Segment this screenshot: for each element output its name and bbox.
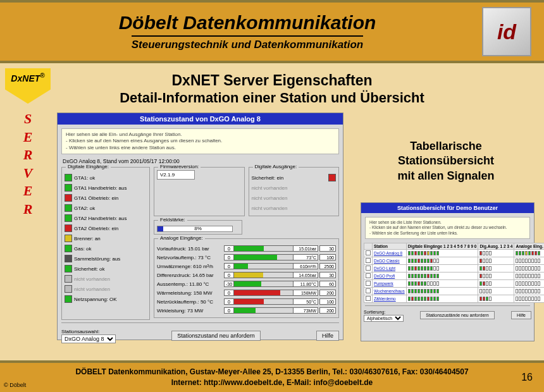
table-header[interactable]: Analoge Eing. 5 6 7 8 — [514, 243, 544, 250]
server-letter: R — [23, 146, 33, 164]
station-link[interactable]: Zählerdemo — [373, 295, 407, 303]
row-checkbox[interactable] — [366, 288, 371, 293]
refresh-button[interactable]: Stationszustand neu anfordern — [171, 331, 261, 341]
footer-band: DÖBELT Datenkommunikation, Gustav-Meyer-… — [0, 360, 544, 392]
status-indicator-icon — [328, 174, 336, 181]
analog-value: 158MW — [293, 290, 318, 296]
signal-pip-icon — [535, 289, 537, 293]
signal-pip-icon — [522, 297, 524, 301]
analog-input-row: Wärmeleistung: 158 MW0158MW200 — [157, 288, 336, 297]
signal-pip-icon — [538, 259, 540, 263]
signal-pip-icon — [519, 251, 521, 255]
signal-pip-icon — [522, 274, 524, 278]
signal-pip-icon — [486, 281, 488, 286]
help-button[interactable]: Hilfe — [316, 331, 339, 341]
signal-pip-icon — [427, 289, 430, 293]
signal-pip-icon — [489, 266, 491, 271]
signal-pip-icon — [525, 259, 528, 263]
signal-pip-icon — [531, 251, 534, 255]
analog-input-row: Differenzdruck: 14.65 bar014.65bar30 — [157, 271, 336, 279]
signal-pip-icon — [538, 289, 540, 293]
signal-pip-icon — [417, 297, 420, 301]
signal-pip-icon — [525, 251, 528, 255]
digital-input-row: nicht vorhanden — [65, 284, 147, 294]
signal-pip-icon — [535, 251, 537, 255]
signal-pip-icon — [408, 251, 411, 255]
station-link[interactable]: Wochenendhaus — [373, 288, 407, 295]
signal-pip-icon — [433, 281, 436, 286]
digital-input-label: Brenner: an — [74, 236, 101, 242]
analog-bar — [234, 245, 293, 252]
table-row: DxGO Light2001/05/17 12:00:00 — [364, 265, 545, 273]
station-link[interactable]: DxGO Analog 8 — [373, 250, 407, 257]
signal-pip-icon — [516, 289, 518, 293]
server-letter: R — [23, 200, 33, 219]
row-checkbox[interactable] — [366, 258, 371, 263]
signal-pip-icon — [519, 266, 521, 271]
station-link[interactable]: Pumpwerk — [373, 280, 407, 288]
digital-input-row: GTA2 Handbetrieb: aus — [65, 213, 147, 223]
overview-help-button[interactable]: Hilfe — [511, 311, 531, 319]
signal-pip-icon — [522, 289, 524, 293]
digital-input-row: GTA1 Handbetrieb: aus — [65, 183, 147, 193]
status-indicator-icon — [65, 235, 72, 242]
signal-pip-icon — [531, 266, 534, 271]
signal-pip-icon — [528, 289, 531, 293]
signal-pip-icon — [522, 251, 524, 255]
right-heading: Tabellarische Stationsübersicht mit alle… — [361, 139, 531, 183]
server-letter: S — [24, 110, 32, 128]
server-letter: V — [23, 164, 33, 183]
station-link[interactable]: DxGO Classic — [373, 257, 407, 265]
firmware-group: Firmwareversion: V2.1.9 — [154, 167, 245, 216]
signal-pip-icon — [489, 259, 491, 263]
signal-pip-icon — [489, 289, 491, 293]
signal-pip-icon — [417, 259, 420, 263]
row-checkbox[interactable] — [366, 281, 371, 286]
signal-pip-icon — [483, 274, 485, 278]
digital-output-row[interactable]: nicht vorhanden — [252, 183, 337, 193]
table-header[interactable]: Station — [373, 243, 407, 250]
table-row: DxGO Profi2001/05/17 12:00:00 — [364, 273, 545, 280]
sort-select[interactable]: Alphabetisch — [364, 315, 404, 322]
station-link[interactable]: DxGO Profi — [373, 273, 407, 280]
row-checkbox[interactable] — [366, 266, 371, 271]
signal-pip-icon — [519, 289, 521, 293]
digital-output-row[interactable]: nicht vorhanden — [252, 203, 337, 213]
analog-value: 50°C — [293, 298, 318, 305]
digital-input-row: Brenner: an — [65, 233, 147, 243]
signal-pip-icon — [427, 266, 430, 271]
analog-hi: 2500 — [319, 263, 336, 269]
signal-pip-icon — [483, 259, 485, 263]
digital-output-row[interactable]: nicht vorhanden — [252, 193, 337, 203]
table-row: DxGO Analog 82001/05/17 12:00:00 — [364, 250, 545, 257]
signal-pip-icon — [414, 266, 417, 271]
digital-input-label: GTA2: ok — [74, 205, 95, 211]
signal-pip-icon — [411, 251, 414, 255]
signal-pip-icon — [411, 274, 414, 278]
digital-output-row[interactable]: Sicherheit: ein — [252, 173, 337, 183]
station-select[interactable]: DxGO Analog 8 — [61, 334, 116, 343]
row-checkbox[interactable] — [366, 296, 371, 301]
table-header[interactable]: Dig.Ausg. 1 2 3 4 — [478, 243, 514, 250]
signal-pip-icon — [528, 251, 531, 255]
signal-pip-icon — [436, 259, 439, 263]
station-detail-titlebar: Stationszustand von DxGO Analog 8 — [58, 113, 343, 125]
overview-refresh-button[interactable]: Stationszustände neu anfordern — [420, 311, 494, 319]
status-indicator-icon — [65, 285, 72, 293]
station-link[interactable]: DxGO Light — [373, 265, 407, 273]
table-header[interactable] — [364, 243, 373, 250]
status-indicator-icon — [65, 245, 72, 252]
signal-pip-icon — [414, 297, 417, 301]
signal-pip-icon — [535, 297, 537, 301]
signal-pip-icon — [483, 297, 485, 301]
analog-input-row: Netzvorlauftemp.: 73 °C073°C100 — [157, 253, 336, 262]
signal-pip-icon — [489, 297, 491, 301]
table-header[interactable]: Digitale Eingänge 1 2 3 4 5 6 7 8 9 0 — [406, 243, 478, 250]
row-checkbox[interactable] — [366, 273, 371, 278]
analog-bar — [234, 290, 293, 296]
signal-pip-icon — [528, 274, 531, 278]
status-indicator-icon — [65, 295, 72, 303]
right-heading-l2: Stationsübersicht — [361, 154, 531, 168]
row-checkbox[interactable] — [366, 250, 371, 255]
signal-pip-icon — [531, 297, 534, 301]
